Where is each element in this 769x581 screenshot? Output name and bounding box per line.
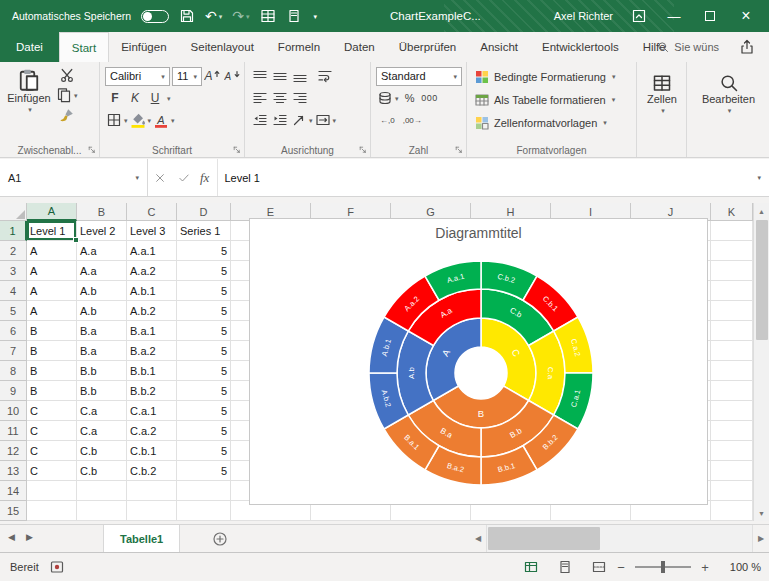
view-normal-icon[interactable] — [523, 559, 539, 575]
row-header-8[interactable]: 8 — [0, 361, 27, 381]
cell-B3[interactable]: A.a — [77, 261, 127, 281]
cancel-icon[interactable] — [154, 172, 166, 184]
cell-K2[interactable] — [711, 241, 753, 261]
cell-A4[interactable]: A — [27, 281, 77, 301]
row-header-11[interactable]: 11 — [0, 421, 27, 441]
tab-ansicht[interactable]: Ansicht — [468, 32, 530, 62]
tab-entwicklertools[interactable]: Entwicklertools — [530, 32, 631, 62]
cell-B5[interactable]: A.b — [77, 301, 127, 321]
formula-input[interactable]: Level 1 — [217, 159, 747, 196]
cell-K6[interactable] — [711, 321, 753, 341]
font-color-button[interactable]: A▾ — [153, 110, 175, 130]
font-size-select[interactable]: 11▾ — [172, 67, 202, 86]
orientation-button[interactable]: ▾ — [291, 110, 313, 130]
redo-button[interactable]: ↷▾ — [232, 9, 249, 23]
tab-ueberpruefen[interactable]: Überprüfen — [387, 32, 469, 62]
decrease-indent-button[interactable] — [251, 110, 269, 130]
cell-K3[interactable] — [711, 261, 753, 281]
row-header-5[interactable]: 5 — [0, 301, 27, 321]
save-icon[interactable] — [179, 8, 195, 24]
cell-C5[interactable]: A.b.2 — [127, 301, 177, 321]
vscroll-up-icon[interactable]: ▲ — [754, 203, 769, 219]
cell-C15[interactable] — [127, 501, 177, 521]
sheet-nav-right-icon[interactable]: ▶ — [26, 532, 33, 542]
cell-C1[interactable]: Level 3 — [127, 221, 177, 241]
cell-A11[interactable]: C — [27, 421, 77, 441]
row-header-7[interactable]: 7 — [0, 341, 27, 361]
cell-C11[interactable]: C.a.2 — [127, 421, 177, 441]
align-middle-button[interactable] — [271, 66, 289, 86]
font-name-select[interactable]: Calibri▾ — [105, 67, 170, 86]
bold-button[interactable]: F — [106, 88, 124, 108]
row-header-10[interactable]: 10 — [0, 401, 27, 421]
cell-D12[interactable]: 5 — [177, 441, 231, 461]
cells-button[interactable]: Zellen ▾ — [640, 65, 684, 114]
zoom-slider-thumb[interactable] — [661, 561, 665, 573]
zoom-in-button[interactable]: + — [699, 560, 711, 575]
zoom-out-button[interactable]: − — [615, 560, 627, 575]
cell-A1[interactable]: Level 1 — [27, 221, 77, 241]
cell-C6[interactable]: B.a.1 — [127, 321, 177, 341]
editing-button[interactable]: Bearbeiten ▾ — [690, 65, 767, 114]
currency-format-button[interactable]: ▾ — [377, 88, 399, 108]
tab-start[interactable]: Start — [59, 32, 109, 62]
macro-record-icon[interactable] — [49, 559, 65, 575]
cell-A7[interactable]: B — [27, 341, 77, 361]
undo-button[interactable]: ↶▾ — [205, 9, 222, 23]
increase-indent-button[interactable] — [271, 110, 289, 130]
cell-styles-button[interactable]: Zellenformatvorlagen▾ — [470, 111, 634, 134]
cell-D9[interactable]: 5 — [177, 381, 231, 401]
view-page-layout-icon[interactable] — [557, 559, 573, 575]
cell-D2[interactable]: 5 — [177, 241, 231, 261]
row-header-4[interactable]: 4 — [0, 281, 27, 301]
cell-B7[interactable]: B.a — [77, 341, 127, 361]
new-sheet-button[interactable] — [212, 531, 228, 547]
cell-K11[interactable] — [711, 421, 753, 441]
vscroll-thumb[interactable] — [756, 220, 768, 340]
cell-B6[interactable]: B.a — [77, 321, 127, 341]
sunburst-chart[interactable]: CBAC.bC.aB.bB.aA.bA.aC.b.2C.b.1C.a.2C.a.… — [250, 219, 709, 506]
cell-D13[interactable]: 5 — [177, 461, 231, 481]
cell-D1[interactable]: Series 1 — [177, 221, 231, 241]
chart-title[interactable]: Diagrammtitel — [250, 225, 707, 241]
column-header-C[interactable]: C — [127, 203, 177, 221]
cell-C3[interactable]: A.a.2 — [127, 261, 177, 281]
row-header-15[interactable]: 15 — [0, 501, 27, 521]
conditional-formatting-button[interactable]: Bedingte Formatierung▾ — [470, 65, 634, 88]
align-center-button[interactable] — [271, 88, 289, 108]
italic-button[interactable]: K — [126, 88, 144, 108]
cell-D6[interactable]: 5 — [177, 321, 231, 341]
autosave-toggle[interactable] — [141, 10, 169, 23]
clipboard-dialog-launcher-icon[interactable] — [87, 145, 97, 155]
share-icon[interactable] — [739, 39, 755, 55]
cell-D8[interactable]: 5 — [177, 361, 231, 381]
cell-A3[interactable]: A — [27, 261, 77, 281]
row-header-6[interactable]: 6 — [0, 321, 27, 341]
row-header-14[interactable]: 14 — [0, 481, 27, 501]
cell-A2[interactable]: A — [27, 241, 77, 261]
cell-D4[interactable]: 5 — [177, 281, 231, 301]
cell-C4[interactable]: A.b.1 — [127, 281, 177, 301]
align-top-button[interactable] — [251, 66, 269, 86]
cell-D15[interactable] — [177, 501, 231, 521]
fill-handle[interactable] — [73, 237, 79, 243]
minimize-button[interactable]: — — [665, 9, 683, 24]
underline-button[interactable]: U — [146, 88, 164, 108]
chart[interactable]: CBAC.bC.aB.bB.aA.bA.aC.b.2C.b.1C.a.2C.a.… — [249, 218, 708, 505]
paste-button[interactable]: Einfügen ▾ — [3, 65, 55, 125]
cell-B13[interactable]: C.b — [77, 461, 127, 481]
cell-C14[interactable] — [127, 481, 177, 501]
hscroll-thumb[interactable] — [488, 527, 600, 550]
decrease-font-button[interactable]: A — [223, 66, 241, 86]
cell-K15[interactable] — [711, 501, 753, 521]
zoom-slider[interactable] — [635, 566, 691, 568]
cell-D10[interactable]: 5 — [177, 401, 231, 421]
align-left-button[interactable] — [251, 88, 269, 108]
cell-B10[interactable]: C.a — [77, 401, 127, 421]
cell-K14[interactable] — [711, 481, 753, 501]
name-box[interactable]: A1▾ — [0, 159, 148, 196]
tab-seitenlayout[interactable]: Seitenlayout — [179, 32, 266, 62]
increase-font-button[interactable]: A — [203, 66, 221, 86]
cell-K7[interactable] — [711, 341, 753, 361]
cell-A9[interactable]: B — [27, 381, 77, 401]
